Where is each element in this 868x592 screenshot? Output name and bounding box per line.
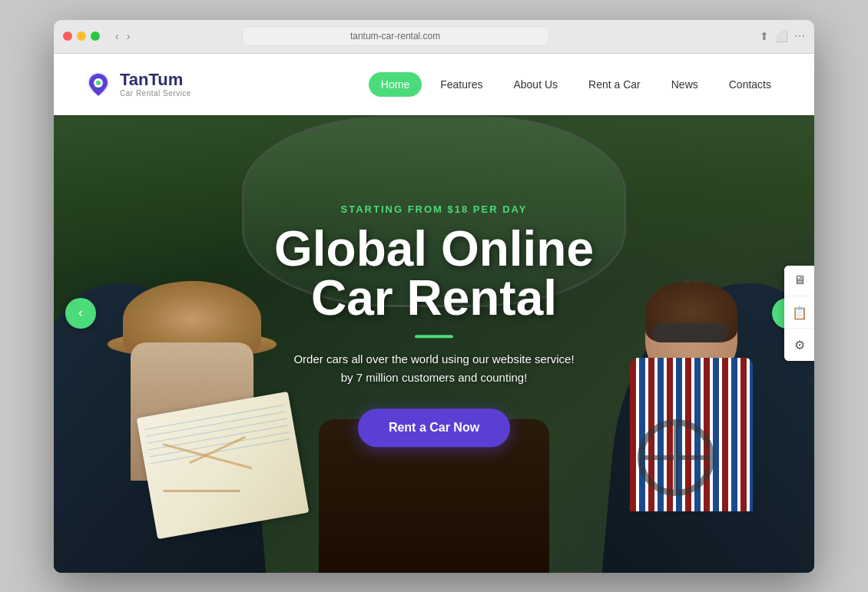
close-button[interactable] bbox=[63, 31, 72, 41]
hero-title-line2: Car Rental bbox=[311, 270, 557, 326]
hero-title: Global Online Car Rental bbox=[242, 224, 626, 322]
logo-icon bbox=[84, 71, 112, 98]
menu-icon[interactable]: ⋯ bbox=[794, 30, 805, 42]
nav-contacts[interactable]: Contacts bbox=[717, 72, 784, 97]
desktop-tool-button[interactable]: 🖥 bbox=[784, 266, 814, 296]
hero-title-line1: Global Online bbox=[274, 221, 594, 276]
settings-icon: ⚙ bbox=[794, 338, 805, 352]
hero-subtitle: STARTING FROM $18 PER DAY bbox=[242, 203, 626, 215]
minimize-button[interactable] bbox=[77, 31, 86, 41]
browser-actions: ⬆ ⬜ ⋯ bbox=[760, 30, 805, 42]
maximize-button[interactable] bbox=[91, 31, 100, 41]
carousel-prev-button[interactable]: ‹ bbox=[65, 298, 96, 329]
logo-text: TanTum Car Rental Service bbox=[120, 71, 191, 98]
page-content: STARTING FROM $18 PER DAY Global Online … bbox=[54, 54, 814, 573]
clipboard-tool-button[interactable]: 📋 bbox=[784, 298, 814, 329]
nav-features[interactable]: Features bbox=[428, 72, 495, 97]
address-text: tantum-car-rental.com bbox=[350, 31, 440, 41]
nav-news[interactable]: News bbox=[659, 72, 711, 97]
sidebar-tools: 🖥 📋 ⚙ bbox=[784, 266, 814, 361]
nav-home[interactable]: Home bbox=[369, 72, 422, 97]
desktop-icon: 🖥 bbox=[793, 273, 806, 287]
prev-arrow-icon: ‹ bbox=[78, 305, 83, 321]
browser-window: ‹ › tantum-car-rental.com ⬆ ⬜ ⋯ bbox=[54, 20, 814, 573]
logo-name-text: TanTum bbox=[120, 70, 183, 89]
hero-content: STARTING FROM $18 PER DAY Global Online … bbox=[242, 203, 626, 447]
traffic-lights bbox=[63, 31, 100, 41]
hero-section: STARTING FROM $18 PER DAY Global Online … bbox=[54, 54, 814, 573]
sunglasses bbox=[651, 323, 728, 342]
logo-subtitle: Car Rental Service bbox=[120, 89, 191, 98]
navbar: TanTum Car Rental Service Home Features … bbox=[54, 54, 814, 115]
browser-titlebar: ‹ › tantum-car-rental.com ⬆ ⬜ ⋯ bbox=[54, 20, 814, 54]
logo[interactable]: TanTum Car Rental Service bbox=[84, 71, 191, 98]
back-button[interactable]: ‹ bbox=[112, 28, 122, 44]
browser-nav-buttons: ‹ › bbox=[112, 28, 133, 44]
hero-desc-line2: by 7 million customers and counting! bbox=[341, 371, 528, 384]
share-icon[interactable]: ⬆ bbox=[760, 30, 769, 42]
rent-car-button[interactable]: Rent a Car Now bbox=[358, 408, 510, 447]
clipboard-icon: 📋 bbox=[792, 306, 807, 320]
hero-description: Order cars all over the world using our … bbox=[242, 350, 626, 387]
nav-about[interactable]: About Us bbox=[501, 72, 570, 97]
settings-tool-button[interactable]: ⚙ bbox=[784, 330, 814, 361]
tabs-icon[interactable]: ⬜ bbox=[775, 30, 788, 42]
hero-desc-line1: Order cars all over the world using our … bbox=[293, 352, 574, 365]
nav-rent[interactable]: Rent a Car bbox=[576, 72, 653, 97]
forward-button[interactable]: › bbox=[124, 28, 134, 44]
address-bar[interactable]: tantum-car-rental.com bbox=[242, 26, 549, 46]
hero-divider bbox=[415, 335, 453, 338]
nav-links: Home Features About Us Rent a Car News C… bbox=[369, 72, 784, 97]
logo-name: TanTum bbox=[120, 71, 191, 89]
svg-point-2 bbox=[96, 81, 101, 85]
steering-wheel bbox=[638, 419, 714, 496]
